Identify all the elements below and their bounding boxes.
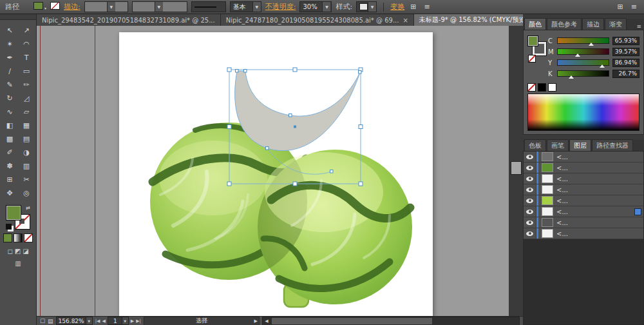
mesh-tool[interactable]: ▩ — [1, 132, 18, 146]
status-flyout-button[interactable]: ▶ — [254, 319, 258, 324]
artboard[interactable] — [119, 32, 433, 316]
yellow-value-field[interactable]: 86.94% — [612, 59, 639, 67]
artboard-tool[interactable]: ⊞ — [1, 173, 18, 186]
visibility-toggle[interactable] — [524, 217, 536, 228]
cabbage-right[interactable] — [258, 150, 412, 304]
hand-tool[interactable]: ✥ — [1, 186, 18, 200]
opacity-link[interactable]: 不透明度: — [265, 2, 296, 12]
rectangle-tool[interactable]: ▭ — [18, 64, 35, 78]
layer-row[interactable]: <... — [524, 173, 643, 184]
tab-swatches[interactable]: 色板 — [524, 139, 546, 151]
scroll-left-button[interactable]: ◀ — [263, 319, 270, 324]
tab-color[interactable]: 颜色 — [524, 18, 546, 30]
tab-layers[interactable]: 图层 — [569, 139, 591, 151]
workspace-grid-icon[interactable]: ⊞ — [616, 3, 625, 11]
black-slider[interactable] — [557, 70, 609, 77]
tab-color-guide[interactable]: 颜色参考 — [547, 18, 582, 30]
menu-lines-icon[interactable]: ≡ — [422, 3, 431, 11]
first-artboard-button[interactable]: |◀ — [95, 319, 100, 324]
type-tool[interactable]: T — [18, 51, 35, 64]
transform-link[interactable]: 变换 — [390, 2, 404, 12]
fill-color-picker[interactable]: ▾ — [33, 2, 46, 12]
artboard-number-select[interactable]: 1 ▼ — [108, 317, 129, 325]
tab-gradient[interactable]: 渐变 — [605, 18, 627, 30]
chevron-down-icon[interactable]: ▼ — [86, 317, 92, 324]
color-spectrum[interactable] — [527, 94, 639, 131]
fill-swatch[interactable] — [6, 205, 21, 221]
scrollbar-thumb[interactable] — [272, 318, 432, 324]
tools-panel-header[interactable] — [0, 14, 36, 20]
lasso-tool[interactable]: ◠ — [18, 37, 35, 51]
zoom-tool[interactable]: ◎ — [18, 186, 35, 200]
selection-tool[interactable]: ↖ — [1, 24, 18, 37]
slider-handle[interactable] — [569, 75, 574, 79]
document-icon[interactable]: ▤ — [48, 318, 53, 324]
draw-inside-button[interactable]: ◪ — [23, 248, 28, 255]
none-swatch[interactable] — [527, 83, 536, 92]
draw-normal-button[interactable]: ◻ — [7, 248, 12, 255]
magenta-slider[interactable] — [557, 48, 609, 55]
magenta-value-field[interactable]: 39.57% — [612, 48, 639, 56]
stroke-color-picker[interactable] — [50, 2, 60, 12]
layer-row[interactable]: <... — [524, 217, 643, 228]
symbol-sprayer-tool[interactable]: ✽ — [1, 159, 18, 173]
yellow-slider[interactable] — [557, 59, 609, 66]
chevron-down-icon[interactable]: ▼ — [155, 2, 163, 12]
visibility-toggle[interactable] — [524, 152, 536, 162]
visibility-toggle[interactable] — [524, 228, 536, 239]
document-tab[interactable]: Nipic_29483542_20190705184832731089.ai* … — [37, 14, 221, 26]
fill-proxy[interactable] — [527, 35, 538, 46]
chevron-down-icon[interactable]: ▼ — [122, 317, 128, 324]
slice-tool[interactable]: ✂ — [18, 173, 35, 186]
panel-menu-icon[interactable]: ≡ — [629, 3, 639, 11]
opacity-select[interactable]: 30%▼ — [299, 1, 332, 12]
chevron-down-icon[interactable]: ▼ — [368, 2, 376, 12]
zoom-level-select[interactable]: 156.82% ▼ — [56, 317, 93, 325]
variable-width-select[interactable]: ▼ — [132, 1, 187, 12]
layer-row[interactable]: <... — [524, 184, 643, 195]
stroke-weight-select[interactable]: ▼ — [84, 1, 128, 12]
document-tab[interactable]: Nipic_24787180_20190508195524308085.ai* … — [221, 14, 414, 26]
style-select[interactable]: ▼ — [356, 1, 377, 12]
paintbrush-tool[interactable]: ✎ — [1, 78, 18, 92]
annotation-icon[interactable]: ☐ — [40, 318, 45, 324]
width-tool[interactable]: ∿ — [1, 105, 18, 119]
horizontal-scrollbar[interactable]: ◀ — [262, 317, 520, 325]
tab-brushes[interactable]: 画笔 — [547, 139, 569, 151]
gradient-tool[interactable]: ▤ — [18, 132, 35, 146]
tab-pathfinder[interactable]: 路径查找器 — [592, 139, 633, 151]
slider-handle[interactable] — [575, 54, 580, 57]
visibility-toggle[interactable] — [524, 206, 536, 217]
pencil-tool[interactable]: ✏ — [18, 78, 35, 92]
chevron-down-icon[interactable]: ▼ — [252, 2, 261, 12]
shape-builder-tool[interactable]: ◧ — [1, 119, 18, 132]
column-graph-tool[interactable]: ▥ — [18, 159, 35, 173]
layer-row[interactable]: <... — [524, 195, 643, 206]
white-swatch[interactable] — [548, 83, 556, 92]
eyedropper-tool[interactable]: ✐ — [1, 146, 18, 159]
guide-line[interactable] — [95, 26, 95, 316]
layer-row[interactable]: <... — [524, 162, 643, 173]
free-transform-tool[interactable]: ▱ — [18, 105, 35, 119]
next-artboard-button[interactable]: ▶ — [131, 319, 134, 324]
tab-stroke[interactable]: 描边 — [582, 18, 604, 30]
selected-crescent-shape[interactable] — [235, 71, 360, 151]
panel-menu-icon[interactable]: ≡ — [636, 23, 641, 30]
blend-tool[interactable]: ◑ — [18, 146, 35, 159]
slider-handle[interactable] — [589, 43, 594, 46]
layer-row[interactable]: <... — [524, 152, 643, 162]
visibility-toggle[interactable] — [524, 184, 536, 195]
visibility-toggle[interactable] — [524, 173, 536, 184]
visibility-toggle[interactable] — [524, 195, 536, 206]
scale-tool[interactable]: ◿ — [18, 92, 35, 105]
stroke-panel-link[interactable]: 描边: — [64, 2, 80, 12]
default-fill-stroke-icon[interactable] — [6, 224, 12, 230]
cyan-value-field[interactable]: 65.93% — [612, 37, 639, 45]
layer-row-selected[interactable]: <... — [524, 206, 643, 217]
draw-behind-button[interactable]: ◩ — [15, 248, 21, 255]
perspective-grid-tool[interactable]: ▦ — [18, 119, 35, 132]
target-indicator[interactable] — [634, 208, 641, 215]
line-segment-tool[interactable]: / — [1, 64, 18, 78]
swap-fill-stroke-icon[interactable]: ⇄ — [26, 205, 30, 211]
prev-artboard-button[interactable]: ◀ — [102, 319, 105, 324]
